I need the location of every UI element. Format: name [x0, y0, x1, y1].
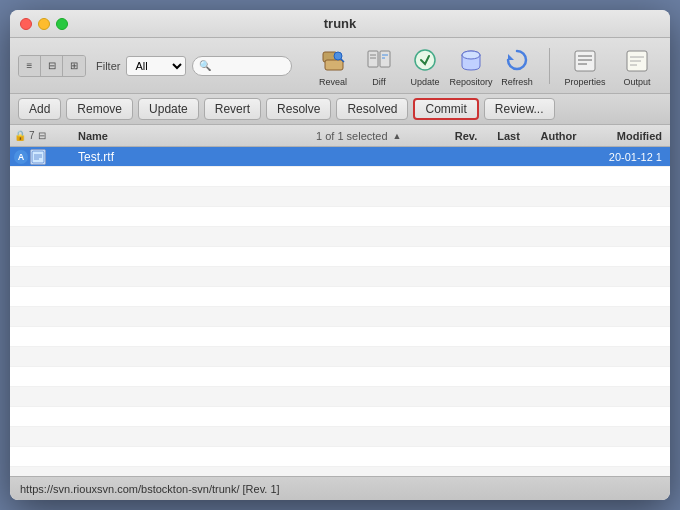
diff-label: Diff	[372, 77, 385, 87]
repository-button[interactable]: Repository	[449, 44, 493, 87]
output-button[interactable]: Output	[612, 45, 662, 87]
review-button[interactable]: Review...	[484, 98, 555, 120]
empty-row	[10, 227, 670, 247]
file-status-icon: A	[14, 150, 28, 164]
svg-point-12	[462, 51, 480, 59]
close-button[interactable]	[20, 18, 32, 30]
update-action-button[interactable]: Update	[138, 98, 199, 120]
resolve-button[interactable]: Resolve	[266, 98, 331, 120]
header-icons-col: 🔒 7 ⊟	[14, 130, 74, 141]
file-name: Test.rtf	[74, 150, 316, 164]
update-icon	[409, 44, 441, 76]
update-button[interactable]: Update	[403, 44, 447, 87]
svg-marker-13	[508, 54, 514, 60]
view-grid-btn[interactable]: ⊞	[63, 56, 85, 76]
sort-arrow-icon: ▲	[393, 131, 402, 141]
main-window: trunk ≡ ⊟ ⊞ Filter All 🔍	[10, 10, 670, 500]
header-name-col[interactable]: Name	[74, 130, 316, 142]
svg-rect-14	[575, 51, 595, 71]
properties-icon	[569, 45, 601, 77]
window-title: trunk	[324, 16, 357, 31]
properties-button[interactable]: Properties	[560, 45, 610, 87]
empty-row	[10, 287, 670, 307]
properties-label: Properties	[564, 77, 605, 87]
view-toggle-group: ≡ ⊟ ⊞	[18, 55, 86, 77]
file-modified: 20-01-12 1	[586, 151, 666, 163]
svg-point-2	[334, 52, 342, 60]
empty-row	[10, 407, 670, 427]
maximize-button[interactable]	[56, 18, 68, 30]
refresh-icon	[501, 44, 533, 76]
action-bar: Add Remove Update Revert Resolve Resolve…	[10, 94, 670, 125]
svg-rect-4	[368, 51, 378, 67]
filter-select[interactable]: All	[126, 56, 186, 76]
svg-rect-5	[380, 51, 390, 67]
repository-icon	[455, 44, 487, 76]
selection-text: 1 of 1 selected	[316, 130, 388, 142]
toolbar: ≡ ⊟ ⊞ Filter All 🔍	[10, 38, 670, 94]
reveal-button[interactable]: Reveal	[311, 44, 355, 87]
revert-button[interactable]: Revert	[204, 98, 261, 120]
reveal-icon	[317, 44, 349, 76]
reveal-label: Reveal	[319, 77, 347, 87]
empty-row	[10, 267, 670, 287]
refresh-label: Refresh	[501, 77, 533, 87]
table-row[interactable]: A Test.rtf 20-01-12 1	[10, 147, 670, 167]
traffic-lights	[20, 18, 68, 30]
refresh-button[interactable]: Refresh	[495, 44, 539, 87]
empty-row	[10, 187, 670, 207]
search-box: 🔍	[192, 56, 292, 76]
search-input[interactable]	[211, 60, 291, 72]
empty-row	[10, 427, 670, 447]
empty-row	[10, 347, 670, 367]
empty-row	[10, 327, 670, 347]
filter-label: Filter	[96, 60, 120, 72]
toolbar-actions: Reveal Diff	[311, 44, 539, 87]
svg-rect-1	[325, 60, 343, 70]
view-detail-btn[interactable]: ⊟	[41, 56, 63, 76]
header-selection-col: 1 of 1 selected ▲	[316, 130, 446, 142]
output-label: Output	[623, 77, 650, 87]
search-icon: 🔍	[199, 60, 211, 71]
svg-point-10	[415, 50, 435, 70]
header-modified-col[interactable]: Modified	[586, 130, 666, 142]
output-icon	[621, 45, 653, 77]
diff-button[interactable]: Diff	[357, 44, 401, 87]
add-button[interactable]: Add	[18, 98, 61, 120]
empty-row	[10, 207, 670, 227]
table-header: 🔒 7 ⊟ Name 1 of 1 selected ▲ Rev. Last A…	[10, 125, 670, 147]
statusbar: https://svn.riouxsvn.com/bstockton-svn/t…	[10, 476, 670, 500]
resolved-button[interactable]: Resolved	[336, 98, 408, 120]
toolbar-separator	[549, 48, 550, 84]
empty-row	[10, 247, 670, 267]
header-rev-col[interactable]: Rev.	[446, 130, 486, 142]
file-status-col: A	[14, 149, 74, 165]
commit-button[interactable]: Commit	[413, 98, 478, 120]
diff-icon	[363, 44, 395, 76]
empty-row	[10, 307, 670, 327]
toolbar-right-actions: Properties Output	[560, 45, 662, 87]
remove-button[interactable]: Remove	[66, 98, 133, 120]
view-controls: ≡ ⊟ ⊞	[18, 55, 86, 77]
minimize-button[interactable]	[38, 18, 50, 30]
file-type-icon	[30, 149, 46, 165]
titlebar: trunk	[10, 10, 670, 38]
repository-label: Repository	[449, 77, 492, 87]
view-list-btn[interactable]: ≡	[19, 56, 41, 76]
empty-row	[10, 167, 670, 187]
empty-row	[10, 367, 670, 387]
empty-row	[10, 447, 670, 467]
header-last-col[interactable]: Last	[486, 130, 531, 142]
empty-row	[10, 467, 670, 476]
status-url: https://svn.riouxsvn.com/bstockton-svn/t…	[20, 483, 280, 495]
file-list: A Test.rtf 20-01-12 1	[10, 147, 670, 476]
header-author-col[interactable]: Author	[531, 130, 586, 142]
empty-row	[10, 387, 670, 407]
update-label: Update	[410, 77, 439, 87]
